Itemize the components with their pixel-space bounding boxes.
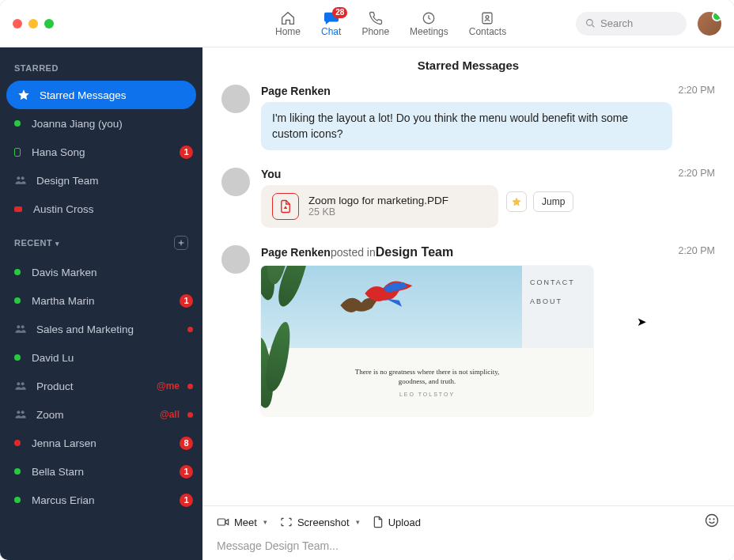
tab-phone-label: Phone (361, 26, 389, 37)
sidebar-item-martha-marin[interactable]: Martha Marin 1 (0, 286, 202, 315)
tab-contacts[interactable]: Contacts (469, 10, 506, 37)
window-controls (13, 19, 54, 28)
unread-badge: 1 (180, 146, 193, 159)
chevron-down-icon: ▾ (263, 518, 267, 526)
sidebar-section-recent-header[interactable]: RECENT▾ (0, 231, 202, 258)
tab-chat-label: Chat (321, 26, 341, 37)
sidebar-item-label: Starred Messages (40, 89, 187, 101)
sidebar-item-bella-starn[interactable]: Bella Starn 1 (0, 457, 202, 486)
svg-point-13 (706, 515, 718, 527)
unread-badge: 8 (180, 437, 193, 450)
avatar[interactable] (221, 85, 250, 113)
message-text: I'm liking the layout a lot! Do you thin… (261, 102, 672, 150)
sidebar-item-marcus-erian[interactable]: Marcus Erian 1 (0, 486, 202, 514)
sidebar-item-label: Martha Marin (32, 295, 180, 307)
sidebar-item-label: Marcus Erian (32, 494, 180, 506)
star-icon (17, 89, 30, 101)
sidebar-item-product[interactable]: Product @me (0, 372, 202, 400)
sidebar-item-label: Hana Song (32, 146, 180, 158)
tab-contacts-label: Contacts (469, 26, 506, 37)
sidebar-item-label: Austin Cross (33, 203, 193, 215)
chevron-down-icon: ▾ (55, 240, 60, 248)
unread-badge: 1 (180, 465, 193, 479)
sidebar-item-david-lu[interactable]: David Lu (0, 343, 202, 372)
svg-point-15 (713, 519, 714, 520)
file-icon (373, 516, 384, 528)
phone-icon (367, 10, 384, 26)
group-icon (14, 323, 27, 335)
close-window-button[interactable] (13, 19, 22, 28)
posted-in-channel[interactable]: Design Team (376, 245, 453, 259)
message-item: Page Renken I'm liking the layout a lot!… (221, 85, 715, 150)
pdf-icon (272, 193, 299, 220)
sidebar-item-davis-marken[interactable]: Davis Marken (0, 258, 202, 286)
presence-indicator (14, 354, 21, 361)
posted-in-label: posted in (331, 246, 376, 259)
message-sender: You (261, 168, 281, 180)
titlebar: Home 28 Chat Phone Meetings Contacts (0, 0, 734, 47)
sidebar-section-starred-header[interactable]: STARRED (0, 59, 202, 81)
message-input[interactable]: Message Design Team... (217, 536, 720, 552)
sidebar-item-label: Davis Marken (32, 267, 193, 278)
unread-badge: 1 (180, 494, 193, 507)
screenshot-button[interactable]: Screenshot ▾ (280, 516, 360, 528)
upload-label: Upload (388, 516, 421, 528)
emoji-button[interactable] (704, 513, 720, 532)
leaf-graphic (261, 289, 316, 416)
message-sender: Page Renken (261, 246, 331, 259)
chat-badge: 28 (332, 7, 347, 18)
avatar[interactable] (221, 245, 250, 274)
profile-avatar[interactable] (698, 12, 721, 36)
preview-quote: There is no greatness where there is not… (348, 367, 506, 387)
presence-indicator (14, 269, 21, 275)
sidebar-item-jenna-larsen[interactable]: Jenna Larsen 8 (0, 429, 202, 457)
sidebar-item-joanna-jiang[interactable]: Joanna Jiang (you) (0, 109, 202, 138)
tab-chat[interactable]: 28 Chat (321, 10, 341, 37)
message-list: Page Renken I'm liking the layout a lot!… (202, 80, 734, 505)
preview-quote-author: LEO TOLSTOY (399, 392, 455, 397)
upload-button[interactable]: Upload (373, 516, 421, 528)
main-panel: Starred Messages Page Renken I'm liking … (202, 47, 734, 560)
home-icon (279, 10, 297, 26)
file-attachment[interactable]: Zoom logo for marketing.PDF 25 KB (261, 185, 498, 228)
section-recent-label: RECENT (14, 238, 52, 248)
svg-point-3 (587, 20, 593, 26)
svg-point-10 (17, 411, 20, 414)
message-item: Page Renken posted in Design Team (221, 245, 715, 416)
mention-badge: @all (160, 409, 180, 420)
group-icon (14, 380, 27, 392)
tab-home[interactable]: Home (275, 10, 301, 37)
group-icon (14, 174, 27, 187)
sidebar-item-austin-cross[interactable]: Austin Cross (0, 195, 202, 223)
sidebar-item-hana-song[interactable]: Hana Song 1 (0, 138, 202, 166)
tab-phone[interactable]: Phone (361, 10, 389, 37)
presence-indicator (14, 440, 21, 446)
search-input[interactable]: Search (576, 12, 687, 36)
mention-badge: @me (157, 380, 180, 392)
star-toggle-button[interactable] (506, 191, 527, 212)
search-icon (585, 18, 596, 28)
svg-point-9 (21, 382, 25, 385)
meet-button[interactable]: Meet ▾ (217, 516, 267, 528)
minimize-window-button[interactable] (28, 19, 38, 28)
page-title: Starred Messages (202, 47, 734, 80)
presence-indicator (14, 497, 21, 503)
add-channel-button[interactable] (174, 236, 188, 250)
maximize-window-button[interactable] (44, 19, 54, 28)
image-preview[interactable]: CONTACT ABOUT There is no greatness wher… (261, 266, 593, 416)
message-time: 2:20 PM (678, 168, 715, 179)
sidebar-item-zoom[interactable]: Zoom @all (0, 400, 202, 429)
sidebar-item-design-team[interactable]: Design Team (0, 166, 202, 195)
avatar[interactable] (221, 168, 250, 196)
message-time: 2:20 PM (678, 245, 715, 256)
composer: Meet ▾ Screenshot ▾ Upload Message Desig… (202, 505, 734, 560)
sidebar-item-sales-marketing[interactable]: Sales and Marketing (0, 315, 202, 343)
svg-point-6 (17, 325, 20, 328)
sidebar-item-label: Product (36, 380, 157, 392)
preview-navlink: ABOUT (530, 297, 593, 305)
tab-meetings[interactable]: Meetings (410, 10, 448, 37)
jump-button[interactable]: Jump (533, 191, 573, 212)
parrot-graphic (354, 274, 418, 313)
sidebar-item-starred-messages[interactable]: Starred Messages (6, 81, 196, 109)
meet-label: Meet (234, 516, 257, 528)
